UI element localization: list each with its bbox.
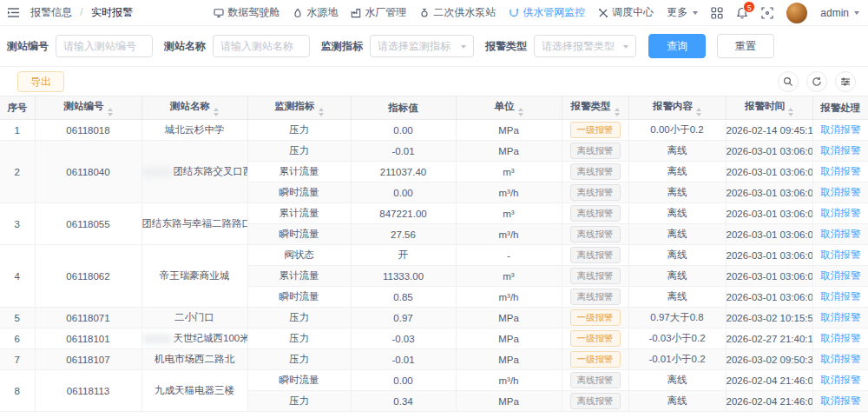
cell-alarm-content: 离线 (628, 224, 726, 245)
avatar[interactable] (786, 3, 807, 23)
cell-seq: 2 (0, 141, 35, 203)
breadcrumb: 报警信息 / 实时报警 (30, 5, 133, 20)
cell-indicator: 累计流量 (247, 266, 351, 287)
query-button[interactable]: 查询 (648, 34, 706, 58)
cell-unit: m³ (456, 266, 562, 287)
cell-alarm-time: 2026-03-01 03:06:01 (726, 162, 812, 182)
cell-station-name: 天世纪城西100米 (141, 328, 247, 349)
cell-unit: MPa (456, 328, 562, 349)
cell-station-name: 团结东路与幸福二路路口 (141, 203, 247, 245)
cell-alarm-action: 取消报警 (812, 245, 868, 266)
cell-value: 0.00 (351, 120, 456, 141)
table-toolbar: 导出 (0, 67, 868, 96)
pump-station-icon (419, 8, 430, 18)
cell-alarm-type: 一级报警 (562, 120, 628, 141)
cell-alarm-content: 离线 (628, 162, 726, 182)
chevron-down-icon (623, 45, 628, 51)
search-icon (783, 76, 793, 87)
search-icon-button[interactable] (778, 71, 799, 92)
station-name-input[interactable] (213, 35, 310, 57)
station-code-input[interactable] (56, 35, 153, 57)
column-header[interactable]: 测站名称 (141, 96, 247, 120)
sort-caret-icon[interactable] (788, 108, 793, 116)
cancel-alarm-link[interactable]: 取消报警 (820, 249, 860, 260)
cell-alarm-content: 离线 (628, 287, 726, 308)
cancel-alarm-link[interactable]: 取消报警 (820, 124, 860, 135)
nav-item-dispatch-center[interactable]: 调度中心 (598, 5, 654, 20)
cell-alarm-action: 取消报警 (812, 287, 868, 308)
indicator-select[interactable]: 请选择监测指标 (370, 35, 474, 57)
cell-indicator: 压力 (247, 120, 351, 141)
cell-unit: MPa (456, 120, 562, 141)
nav-item-pump-station[interactable]: 二次供水泵站 (419, 5, 496, 20)
pipe-network-icon (509, 8, 519, 18)
alarm-table: 序号测站编号测站名称监测指标指标值单位报警类型报警内容报警时间报警处理 1061… (0, 96, 868, 412)
sort-caret-icon[interactable] (518, 108, 523, 116)
cancel-alarm-link[interactable]: 取消报警 (820, 187, 860, 197)
sidebar-collapse-icon[interactable] (7, 7, 20, 18)
indicator-select-placeholder: 请选择监测指标 (378, 39, 450, 54)
cell-alarm-type: 一级报警 (562, 328, 628, 349)
notification-bell-icon[interactable]: 5 (736, 7, 748, 19)
cancel-alarm-link[interactable]: 取消报警 (820, 229, 860, 239)
cancel-alarm-link[interactable]: 取消报警 (820, 354, 860, 364)
sort-caret-icon[interactable] (108, 108, 113, 116)
column-header[interactable]: 报警类型 (562, 96, 628, 120)
column-header: 指标值 (351, 96, 456, 120)
table-row: 806118113九成天猫电器三楼瞬时流量0.00m³/h离线报警离线2026-… (0, 370, 868, 391)
column-header[interactable]: 报警时间 (726, 96, 812, 120)
cancel-alarm-link[interactable]: 取消报警 (820, 270, 860, 281)
refresh-icon-button[interactable] (806, 71, 827, 92)
nav-item-water-plant[interactable]: 水厂管理 (351, 5, 406, 20)
cell-value: 11333.00 (351, 266, 456, 287)
column-header[interactable]: 报警内容 (628, 96, 726, 120)
column-header[interactable]: 监测指标 (247, 96, 351, 120)
cell-alarm-content: 离线 (628, 245, 726, 266)
fullscreen-scan-icon[interactable] (761, 7, 773, 19)
cancel-alarm-link[interactable]: 取消报警 (820, 166, 860, 176)
nav-item-pipe-network-monitor[interactable]: 供水管网监控 (509, 5, 585, 20)
alarm-type-badge: 一级报警 (570, 330, 621, 347)
alarm-type-badge: 离线报警 (570, 268, 621, 284)
user-menu[interactable]: admin (820, 7, 859, 19)
cancel-alarm-link[interactable]: 取消报警 (820, 333, 860, 343)
breadcrumb-section[interactable]: 报警信息 (30, 6, 72, 18)
sort-caret-icon[interactable] (615, 108, 620, 116)
sort-caret-icon[interactable] (696, 108, 701, 116)
cell-value: -0.03 (351, 328, 456, 349)
cell-alarm-time: 2026-03-01 03:06:03 (726, 203, 812, 224)
column-settings-icon-button[interactable] (835, 71, 856, 92)
sort-caret-icon[interactable] (319, 108, 324, 116)
column-header[interactable]: 测站编号 (35, 96, 141, 120)
nav-item-more[interactable]: 更多 (667, 5, 698, 20)
cancel-alarm-link[interactable]: 取消报警 (820, 208, 860, 218)
cell-alarm-type: 一级报警 (562, 308, 628, 328)
breadcrumb-separator: / (80, 6, 82, 18)
export-button[interactable]: 导出 (17, 71, 64, 92)
alarm-type-select[interactable]: 请选择报警类型 (534, 35, 636, 57)
cancel-alarm-link[interactable]: 取消报警 (820, 312, 860, 322)
cell-station-code: 06118107 (35, 349, 141, 370)
cancel-alarm-link[interactable]: 取消报警 (820, 291, 860, 302)
alarm-type-badge: 一级报警 (570, 309, 621, 326)
cell-alarm-type: 离线报警 (562, 141, 628, 162)
nav-item-water-source[interactable]: 水源地 (293, 5, 338, 20)
alarm-type-select-placeholder: 请选择报警类型 (542, 39, 615, 54)
cell-alarm-time: 2026-03-01 03:06:04 (726, 266, 812, 287)
nav-item-data-cockpit[interactable]: 数据驾驶舱 (214, 5, 279, 20)
reset-button[interactable]: 重置 (717, 34, 774, 58)
cancel-alarm-link[interactable]: 取消报警 (820, 375, 860, 385)
sort-caret-icon[interactable] (214, 108, 219, 116)
cancel-alarm-link[interactable]: 取消报警 (820, 395, 860, 406)
column-header-label: 监测指标 (275, 101, 315, 111)
column-header[interactable]: 单位 (456, 96, 562, 120)
table-row: 106118018城北云杉中学压力0.00MPa一级报警0.00小于0.2202… (0, 120, 868, 141)
cell-seq: 6 (0, 328, 35, 349)
indicator-label: 监测指标 (321, 39, 363, 54)
column-header: 序号 (0, 96, 35, 120)
cell-seq: 3 (0, 203, 35, 245)
cell-alarm-action: 取消报警 (812, 328, 868, 349)
apps-grid-icon[interactable] (711, 7, 723, 19)
cell-alarm-content: 0.00小于0.2 (628, 120, 726, 141)
cancel-alarm-link[interactable]: 取消报警 (820, 145, 860, 156)
